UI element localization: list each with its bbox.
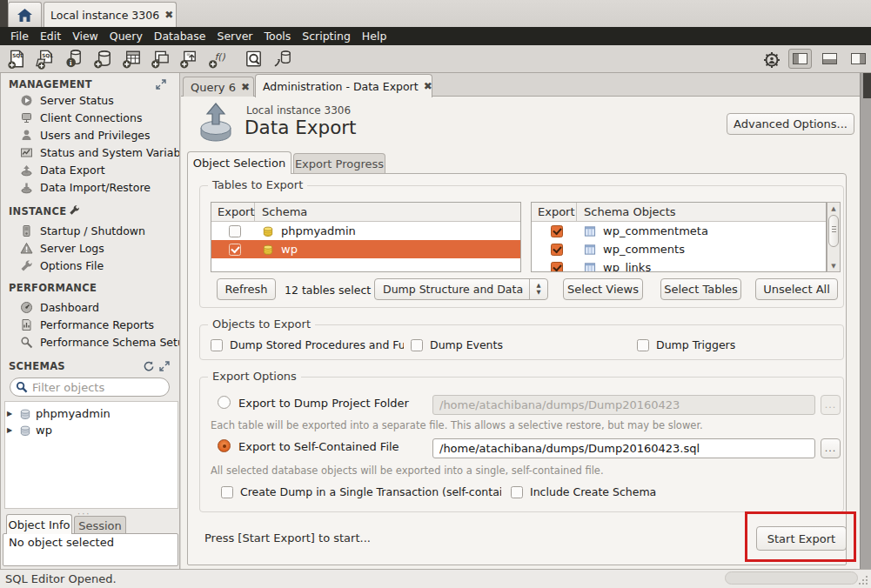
sidebar-item-startup-shutdown[interactable]: Startup / Shutdown: [1, 222, 179, 239]
close-icon[interactable]: ✖: [164, 10, 173, 20]
right-panel-scrollbar[interactable]: [863, 73, 871, 98]
section-performance[interactable]: PERFORMANCE: [9, 282, 97, 294]
connection-tab[interactable]: Local instance 3306 ✖: [44, 2, 177, 27]
home-tab[interactable]: [8, 2, 42, 27]
checkbox[interactable]: [221, 486, 233, 498]
section-schemas[interactable]: SCHEMAS: [9, 360, 65, 372]
collapsed-right-panel[interactable]: [860, 73, 871, 569]
file-path-field[interactable]: [432, 438, 815, 458]
horizontal-scrollbar-thumb[interactable]: [725, 571, 858, 585]
table-row[interactable]: wp_links: [532, 258, 826, 272]
schema-filter[interactable]: [10, 378, 170, 397]
refresh-icon[interactable]: [143, 360, 154, 371]
scrollbar-thumb[interactable]: [828, 215, 839, 247]
close-icon[interactable]: ✖: [241, 82, 250, 92]
sidebar-item-performance-reports[interactable]: Performance Reports: [1, 316, 179, 333]
menu-database[interactable]: Database: [154, 30, 206, 43]
dump-events-option[interactable]: Dump Events: [411, 338, 503, 351]
expand-icon[interactable]: [156, 79, 166, 90]
expander-icon[interactable]: ▶: [7, 426, 15, 434]
export-checkbox[interactable]: [551, 262, 563, 273]
checkbox[interactable]: [211, 339, 223, 351]
tab-query6[interactable]: Query 6 ✖: [183, 77, 254, 97]
refresh-button[interactable]: Refresh: [217, 278, 276, 300]
include-create-schema-option[interactable]: Include Create Schema: [511, 485, 656, 498]
dump-type-dropdown[interactable]: Dump Structure and Data ▲▼: [374, 278, 548, 300]
browse-folder-button[interactable]: ...: [821, 395, 841, 415]
section-management[interactable]: MANAGEMENT: [9, 78, 92, 90]
menu-edit[interactable]: Edit: [40, 30, 61, 43]
dropdown-stepper-icon[interactable]: ▲▼: [529, 279, 547, 299]
export-checkbox[interactable]: [551, 244, 563, 256]
sidebar-item-server-logs[interactable]: Server Logs: [1, 239, 179, 257]
tab-administration-data-export[interactable]: Administration - Data Export ✖: [255, 74, 432, 97]
reconnect-db-icon[interactable]: [271, 48, 293, 70]
preferences-gear-icon[interactable]: [761, 50, 782, 70]
table-row[interactable]: phpmyadmin: [211, 222, 520, 240]
sidebar-item-data-export[interactable]: Data Export: [1, 161, 179, 178]
object-info-panel: No object selected: [3, 533, 178, 566]
sidebar-item-client-connections[interactable]: Client Connections: [1, 109, 179, 126]
toggle-secondary-sidebar-button[interactable]: [847, 49, 870, 69]
menu-scripting[interactable]: Scripting: [302, 30, 351, 43]
export-file-radio[interactable]: [218, 439, 231, 452]
schema-filter-input[interactable]: [32, 381, 154, 394]
table-scrollbar[interactable]: ▲ ▼: [827, 202, 841, 272]
menu-help[interactable]: Help: [362, 30, 387, 43]
advanced-options-button[interactable]: Advanced Options...: [727, 113, 854, 135]
export-checkbox[interactable]: [551, 225, 563, 237]
search-objects-icon[interactable]: [243, 48, 265, 70]
checkbox[interactable]: [411, 339, 423, 351]
tab-session[interactable]: Session: [74, 516, 126, 534]
checkbox[interactable]: [637, 339, 649, 351]
select-tables-button[interactable]: Select Tables: [660, 278, 741, 300]
scroll-up-icon[interactable]: ▲: [827, 203, 840, 214]
sidebar-item-dashboard[interactable]: Dashboard: [1, 298, 179, 316]
dump-procedures-option[interactable]: Dump Stored Procedures and Functi: [211, 338, 404, 351]
tab-object-info[interactable]: Object Info: [6, 514, 72, 534]
checkbox[interactable]: [511, 486, 523, 498]
create-schema-icon[interactable]: [92, 48, 114, 70]
new-sql-tab-icon[interactable]: SQL: [6, 48, 28, 70]
db-info-icon[interactable]: i: [64, 48, 85, 70]
select-views-button[interactable]: Select Views: [563, 278, 643, 300]
sidebar-item-data-import[interactable]: Data Import/Restore: [1, 178, 179, 196]
schema-node-wp[interactable]: ▶ wp: [5, 422, 178, 438]
open-sql-script-icon[interactable]: SQL: [35, 48, 57, 70]
scroll-down-icon[interactable]: ▼: [827, 260, 840, 271]
tab-export-progress[interactable]: Export Progress: [293, 153, 385, 174]
create-view-icon[interactable]: [150, 48, 171, 70]
table-row[interactable]: wp_commentmeta: [532, 222, 826, 240]
create-function-icon[interactable]: f(): [207, 48, 229, 70]
sidebar-item-status-variables[interactable]: Status and System Variables: [1, 144, 179, 161]
export-checkbox[interactable]: [229, 244, 241, 256]
menu-tools[interactable]: Tools: [264, 30, 291, 43]
menu-file[interactable]: File: [10, 30, 29, 43]
export-checkbox[interactable]: [229, 225, 241, 237]
section-instance[interactable]: INSTANCE: [9, 205, 66, 217]
browse-file-button[interactable]: ...: [821, 438, 841, 458]
table-row-selected[interactable]: wp: [211, 240, 520, 258]
toggle-sidebar-button[interactable]: [788, 49, 812, 69]
schema-node-phpmyadmin[interactable]: ▶ phpmyadmin: [5, 405, 178, 422]
resize-grip[interactable]: [859, 576, 869, 586]
sidebar-item-server-status[interactable]: Server Status: [1, 91, 179, 109]
toggle-output-button[interactable]: [818, 49, 841, 69]
sidebar-item-users-privileges[interactable]: Users and Privileges: [1, 126, 179, 144]
single-transaction-option[interactable]: Create Dump in a Single Transaction (sel…: [221, 485, 501, 498]
menu-query[interactable]: Query: [110, 30, 143, 43]
menu-server[interactable]: Server: [217, 30, 252, 43]
create-table-icon[interactable]: [121, 48, 143, 70]
expand-icon[interactable]: [159, 361, 170, 371]
menu-view[interactable]: View: [72, 30, 98, 43]
dump-triggers-option[interactable]: Dump Triggers: [637, 338, 735, 351]
close-icon[interactable]: ✖: [424, 81, 432, 91]
table-row[interactable]: wp_comments: [532, 240, 826, 258]
expander-icon[interactable]: ▶: [7, 410, 15, 418]
unselect-all-button[interactable]: Unselect All: [755, 278, 838, 300]
sidebar-item-options-file[interactable]: Options File: [1, 257, 179, 274]
create-procedure-icon[interactable]: [178, 48, 200, 70]
tab-object-selection[interactable]: Object Selection: [187, 151, 291, 174]
export-folder-radio[interactable]: [218, 396, 231, 409]
sidebar-item-performance-schema-setup[interactable]: Performance Schema Setup: [1, 333, 179, 351]
